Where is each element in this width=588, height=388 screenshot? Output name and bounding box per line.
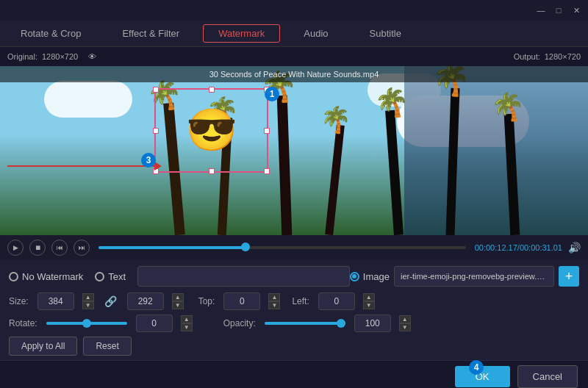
tab-bar: Rotate & Crop Effect & Filter Watermark … [0, 21, 588, 47]
info-bar: Original: 1280×720 👁 Output: 1280×720 [0, 47, 588, 66]
image-section: Image ier-time-emoji-png-removebg-previe… [350, 266, 579, 287]
arrow-head-3 [154, 162, 162, 170]
preview-video: 🌴 🌴 🌴 🌴 🌴 🌴 🌴 30 Seconds of Peace With N… [0, 66, 588, 235]
badge-4: 4 [469, 360, 484, 375]
size-label: Size: [9, 296, 29, 306]
opacity-slider-container [265, 322, 345, 325]
size-h-up[interactable]: ▲ [172, 293, 184, 301]
annotation-arrow-3 [7, 162, 162, 170]
opacity-slider[interactable] [265, 322, 345, 325]
watermark-type-row: No Watermark Text Image ier-time-emoji-p… [9, 266, 579, 287]
resize-handle-br[interactable] [264, 168, 270, 174]
rotate-input[interactable] [136, 315, 173, 332]
text-option[interactable]: Text [95, 271, 126, 282]
tab-watermark[interactable]: Watermark [203, 24, 280, 43]
badge-1: 1 [265, 87, 279, 101]
progress-track[interactable] [98, 246, 466, 249]
rotate-spinners[interactable]: ▲ ▼ [181, 315, 193, 331]
resize-handle-mb[interactable] [209, 168, 215, 174]
output-label: Output: [514, 52, 540, 61]
opacity-label: Opacity: [223, 318, 256, 328]
preview-area: 🌴 🌴 🌴 🌴 🌴 🌴 🌴 30 Seconds of Peace With N… [0, 66, 588, 235]
link-icon[interactable]: 🔗 [104, 295, 117, 307]
minimize-button[interactable]: — [535, 4, 547, 16]
resize-handle-mt[interactable] [209, 87, 215, 93]
left-label: Left: [292, 296, 309, 306]
opacity-down[interactable]: ▼ [399, 323, 411, 331]
size-width-input[interactable] [37, 292, 74, 310]
top-spinners[interactable]: ▲ ▼ [268, 293, 280, 309]
output-value: 1280×720 [545, 52, 581, 61]
resize-handle-ml[interactable] [153, 128, 159, 134]
resize-handle-tl[interactable] [153, 87, 159, 93]
size-w-spinners[interactable]: ▲ ▼ [82, 293, 94, 309]
left-down[interactable]: ▼ [363, 301, 375, 309]
rotate-up[interactable]: ▲ [181, 315, 193, 323]
opacity-input[interactable] [354, 315, 391, 332]
tab-subtitle[interactable]: Subtitle [349, 22, 422, 45]
arrow-line-3 [7, 165, 154, 167]
action-row: Apply to All Reset [9, 337, 579, 356]
title-bar: — □ ✕ [0, 0, 588, 21]
next-button[interactable]: ⏭ [74, 240, 90, 256]
volume-icon[interactable]: 🔊 [568, 242, 581, 254]
size-w-down[interactable]: ▼ [82, 301, 94, 309]
cloud-1 [44, 81, 132, 118]
opacity-spinners[interactable]: ▲ ▼ [399, 315, 411, 331]
opacity-up[interactable]: ▲ [399, 315, 411, 323]
time-display: 00:00:12.17/00:00:31.01 [475, 243, 562, 252]
top-down[interactable]: ▼ [268, 301, 280, 309]
rotate-label: Rotate: [9, 318, 37, 328]
text-radio[interactable] [95, 272, 104, 281]
no-watermark-label: No Watermark [22, 271, 83, 282]
no-watermark-radio[interactable] [9, 272, 18, 281]
top-up[interactable]: ▲ [268, 293, 280, 301]
left-input[interactable] [318, 292, 355, 310]
badge-3: 3 [141, 153, 156, 168]
top-input[interactable] [223, 292, 260, 310]
preview-filename: 30 Seconds of Peace With Nature Sounds.m… [209, 70, 379, 79]
stop-button[interactable]: ⏹ [29, 240, 46, 256]
rotate-slider-container [46, 322, 127, 325]
size-h-spinners[interactable]: ▲ ▼ [172, 293, 184, 309]
tab-effect-filter[interactable]: Effect & Filter [101, 22, 200, 45]
image-label: Image [363, 271, 390, 282]
size-position-row: Size: ▲ ▼ 🔗 ▲ ▼ Top: ▲ ▼ Left: ▲ ▼ [9, 292, 579, 310]
add-image-button[interactable]: + [559, 266, 579, 287]
tab-audio[interactable]: Audio [283, 22, 348, 45]
play-button[interactable]: ▶ [7, 240, 24, 256]
left-up[interactable]: ▲ [363, 293, 375, 301]
watermark-selection-box[interactable]: 😎 [154, 88, 268, 173]
left-spinners[interactable]: ▲ ▼ [363, 293, 375, 309]
text-input[interactable] [137, 266, 350, 287]
size-h-down[interactable]: ▼ [172, 301, 184, 309]
text-label: Text [108, 271, 126, 282]
cancel-button[interactable]: Cancel [517, 365, 578, 388]
progress-thumb[interactable] [241, 242, 250, 251]
tab-rotate-crop[interactable]: Rotate & Crop [0, 22, 101, 45]
original-label: Original: [7, 52, 37, 61]
original-value: 1280×720 [42, 52, 78, 61]
watermark-emoji: 😎 [186, 105, 237, 154]
image-radio[interactable] [350, 272, 359, 281]
maximize-button[interactable]: □ [553, 4, 564, 16]
rotate-slider[interactable] [46, 322, 127, 325]
resize-handle-mr[interactable] [264, 128, 270, 134]
footer: OK Cancel [0, 360, 588, 388]
size-height-input[interactable] [127, 292, 164, 310]
playback-bar: ▶ ⏹ ⏮ ⏭ 00:00:12.17/00:00:31.01 🔊 [0, 235, 588, 260]
top-label: Top: [198, 296, 215, 306]
rotate-down[interactable]: ▼ [181, 323, 193, 331]
rotate-opacity-row: Rotate: ▲ ▼ Opacity: ▲ ▼ [9, 315, 579, 332]
prev-button[interactable]: ⏮ [51, 240, 68, 256]
image-option[interactable]: Image [350, 271, 390, 282]
controls-area: No Watermark Text Image ier-time-emoji-p… [0, 260, 588, 360]
no-watermark-option[interactable]: No Watermark [9, 271, 83, 282]
close-button[interactable]: ✕ [570, 4, 582, 16]
eye-icon[interactable]: 👁 [88, 52, 96, 61]
size-w-up[interactable]: ▲ [82, 293, 94, 301]
apply-all-button[interactable]: Apply to All [9, 337, 77, 356]
reset-button[interactable]: Reset [83, 337, 131, 356]
image-filename-display: ier-time-emoji-png-removebg-preview.png [394, 266, 554, 287]
progress-fill [98, 246, 245, 249]
